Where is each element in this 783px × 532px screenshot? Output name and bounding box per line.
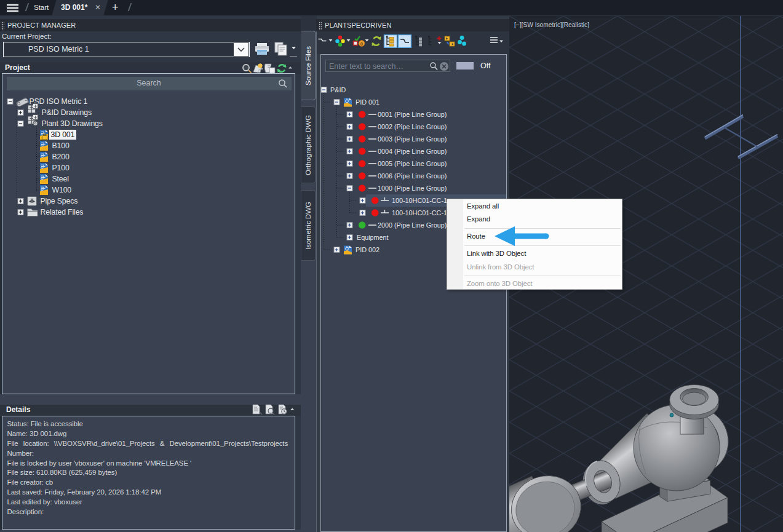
svg-text:0: 0 (360, 41, 364, 47)
